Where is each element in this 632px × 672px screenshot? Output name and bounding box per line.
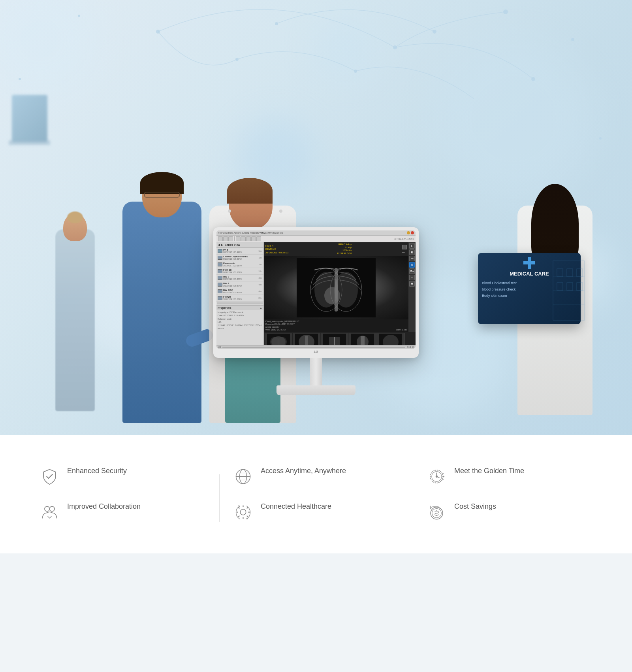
viewer-panel: HGH_4 DEMO1 D 26-Oct-2017 08:28:23 GEN C… [264,242,408,332]
access-anytime-title: Access Anytime, Anywhere [261,466,346,476]
zoom-value: Zoom: 0.335 [396,328,407,331]
series-list: PA 5 8/25/2017 1:25:49PM 5mc Lateral Cep… [216,248,263,302]
svg-rect-41 [361,336,365,345]
thumb-1[interactable] [265,333,292,345]
tool-R[interactable]: R [409,249,415,255]
properties-content: Image type: DX Panoramic Date: 6/12/2009… [216,310,263,331]
series-item-5[interactable]: BW 4 3/10/2013 8:15:57AM 4mc [216,281,263,288]
enhanced-security-title: Enhanced Security [67,466,127,476]
monitor-outer: File View Help Actions & Ring Records VM… [213,227,419,358]
tool-camera[interactable]: ⊙ [409,262,415,268]
series-view-label: Series View [225,244,240,246]
monitor-logo: LG [216,349,416,355]
viewer-info-left: HGH_4 DEMO1 D 26-Oct-2017 08:28:23 [265,244,288,254]
medical-ui: File View Help Actions & Ring Records VM… [216,230,416,349]
series-item-4[interactable]: BW 2 8/15/2014 2:15:47PM 2mc [216,275,263,281]
prop-uid: UID: [218,321,262,324]
close-btn[interactable] [411,231,414,234]
series-thumb-3 [218,269,222,273]
statusbar-progress [222,347,405,348]
thumb-3[interactable] [321,333,348,345]
series-item-1[interactable]: Lateral Cephalometric 6/12/2016 9:15:53A… [216,255,263,261]
series-date-3: 9/24/2014 5:53:13PM [223,271,258,274]
feature-enhanced-security: Enhanced Security [40,466,205,486]
properties-panel: Properties ▲ Image type: DX Panoramic Da… [216,305,263,331]
tool-flip[interactable]: ↔ [409,275,415,280]
features-section: Enhanced Security Im [0,435,632,553]
people-icon [40,502,59,522]
enhanced-security-text: Enhanced Security [67,466,127,476]
svg-rect-15 [577,269,583,277]
toolbar-btn-8[interactable] [256,236,261,241]
thumb-5[interactable] [377,333,404,345]
series-date-6: 4/19/2010 4:10:42PM [223,291,258,294]
thumb-2[interactable] [293,333,320,345]
series-item-3[interactable]: FMX 18 9/24/2014 5:53:13PM 18m [216,268,263,275]
clock-icon [427,466,446,486]
minimize-btn[interactable] [407,231,410,234]
properties-expand[interactable]: ▲ [260,306,262,309]
tool-zoom[interactable]: ⊕ [409,281,415,287]
toolbar-btn-3[interactable] [228,236,233,241]
xray-image [264,256,408,319]
connected-healthcare-text: Connected Healthcare [261,502,331,511]
medical-main: ◀ ▶ Series View PA 5 8/25/20 [216,242,416,345]
xray-title: X-Ray_Lim_18753 [394,238,414,240]
prop-date: Date: 6/12/2009 9:15:43AM [218,314,262,317]
sidebar-panel: ◀ ▶ Series View PA 5 8/25/20 [216,242,264,345]
viewer-header: HGH_4 DEMO1 D 26-Oct-2017 08:28:23 GEN C… [264,242,408,256]
tool-L[interactable]: L [409,243,415,249]
nav-back[interactable]: ◀ [218,243,220,247]
toolbar-btn-2[interactable] [223,236,228,241]
svg-point-45 [49,506,55,512]
svg-rect-35 [305,336,308,345]
series-thumb-0 [218,249,222,253]
toolbar-btn-7[interactable] [251,236,256,241]
statusbar-extra: ⊙ ⊕ ⊘ [407,346,414,348]
feature-golden-time: Meet the Golden Time [427,466,592,486]
statusbar-text: LG [218,346,221,348]
feature-column-2: Access Anytime, Anywhere [233,466,399,522]
series-item-6[interactable]: BW 4(Di) 4/19/2010 4:10:42PM 4mc [216,288,263,295]
header-ellipsis[interactable]: ••• [402,250,407,254]
series-item-7[interactable]: FMX20 7/17/2009 2:35:03PM 20m [216,295,263,302]
feature-connected-healthcare: Connected Healthcare [233,502,399,522]
monitor-screen: File View Help Actions & Ring Records VM… [216,230,416,349]
thumb-4[interactable] [349,333,376,345]
bg-monitor-stand [9,140,50,145]
toolbar-btn-5[interactable] [241,236,246,241]
series-item-0[interactable]: PA 5 8/25/2017 1:25:49PM 5mc [216,248,263,255]
monitor-stand-neck [310,358,322,385]
series-nav: ◀ ▶ Series View [216,242,263,248]
wwl-zoom: WWI: 16383 WC: 8192 Zoom: 0.335 [265,328,407,331]
person-2 [115,166,213,423]
series-scrollbar[interactable] [217,302,263,304]
series-count-3: 18m [258,270,262,272]
nav-forward[interactable]: ▶ [221,243,223,247]
feature-improved-collaboration: Improved Collaboration [40,502,205,522]
toolbar-btn-4[interactable] [236,236,241,241]
series-item-2[interactable]: Panoramic 3/9/2015 11:23:15PM 1mc [216,261,263,268]
improved-collaboration-title: Improved Collaboration [67,502,141,511]
processed-info: Processed 26-Oct-2017 08:28:27 [265,323,407,326]
demo-id: DEMO1 D [265,247,288,251]
tool-rotate[interactable]: ↺90 [409,268,415,274]
access-anytime-text: Access Anytime, Anywhere [261,466,346,476]
tool-Aa[interactable]: Aa [409,256,415,261]
cost-savings-text: Cost Savings [454,502,496,511]
toolbar-btn-6[interactable] [246,236,251,241]
header-tool-1[interactable] [402,245,407,249]
viewer-footer: Chest_antero-poster_MEDIUM ADULT Process… [264,319,408,332]
viewer-info-right: GEN C X-Ray 80 kVp 1.29 mAs Et159.99 Di0… [337,243,352,255]
toolbar-btn-1[interactable] [218,236,223,241]
golden-time-text: Meet the Golden Time [454,466,524,476]
series-date-5: 3/10/2013 8:15:57AM [223,285,258,287]
svg-rect-13 [557,269,563,277]
medical-care-display: MEDICAL CARE Blood Cholesterol test bloo… [478,253,581,324]
prop-referrer: Referrer: scott [218,317,262,321]
feature-cost-savings: Cost Savings [427,502,592,522]
wwl-value: WWI: 16383 WC: 8192 [265,328,286,331]
properties-label: Properties [218,306,231,309]
connected-healthcare-title: Connected Healthcare [261,502,331,511]
series-thumb-6 [218,289,222,293]
